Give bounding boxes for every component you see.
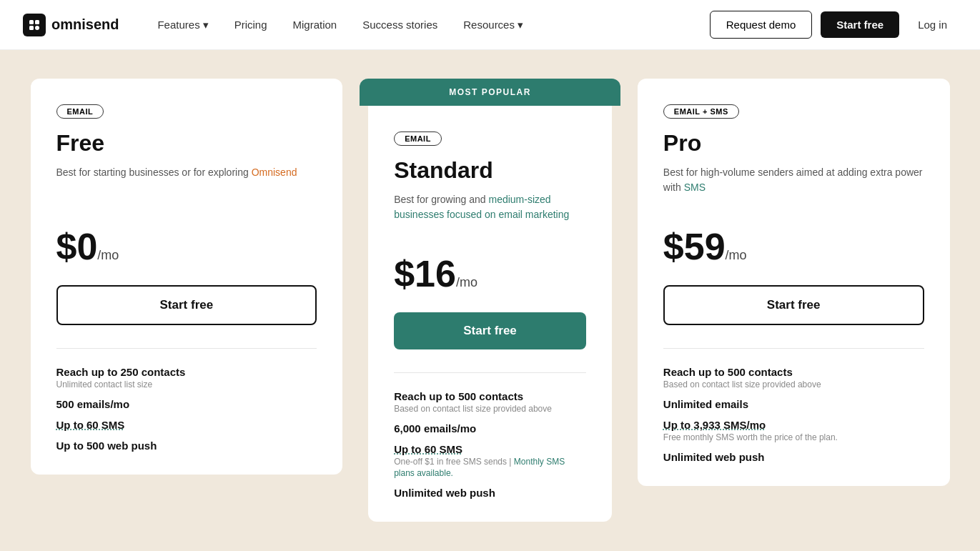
nav-actions: Request demo Start free Log in <box>710 11 957 39</box>
nav-resources[interactable]: Resources ▾ <box>453 13 533 37</box>
pro-features: Reach up to 500 contacts Based on contac… <box>663 366 924 463</box>
request-demo-button[interactable]: Request demo <box>710 11 813 39</box>
popular-badge: MOST POPULAR <box>360 79 620 106</box>
standard-start-button[interactable]: Start free <box>394 312 586 349</box>
free-plan-tag: EMAIL <box>56 104 104 119</box>
feature-webpush: Unlimited web push <box>663 451 924 463</box>
feature-webpush: Unlimited web push <box>394 487 586 499</box>
feature-emails: Unlimited emails <box>663 398 924 410</box>
feature-contacts: Reach up to 250 contacts Unlimited conta… <box>56 366 317 389</box>
pricing-cards-container: EMAIL Free Best for starting businesses … <box>22 79 959 522</box>
nav-features[interactable]: Features ▾ <box>147 13 218 37</box>
logo-text: omnisend <box>51 16 119 33</box>
standard-plan-tag: EMAIL <box>394 131 442 146</box>
nav-success-stories[interactable]: Success stories <box>352 13 447 36</box>
chevron-down-icon: ▾ <box>518 19 523 31</box>
svg-rect-1 <box>35 20 39 24</box>
logo[interactable]: omnisend <box>23 14 119 36</box>
standard-plan-description: Best for growing and medium-sized busine… <box>394 192 586 235</box>
pro-plan-description: Best for high-volume senders aimed at ad… <box>663 165 924 208</box>
free-plan-price: $0/mo <box>56 228 317 265</box>
feature-webpush: Up to 500 web push <box>56 440 317 452</box>
pro-plan-card: EMAIL + SMS Pro Best for high-volume sen… <box>638 79 950 486</box>
pro-plan-name: Pro <box>663 130 924 157</box>
free-plan-card: EMAIL Free Best for starting businesses … <box>31 79 343 475</box>
feature-emails: 500 emails/mo <box>56 398 317 410</box>
feature-contacts: Reach up to 500 contacts Based on contac… <box>663 366 924 389</box>
free-plan-description: Best for starting businesses or for expl… <box>56 165 317 208</box>
start-free-nav-button[interactable]: Start free <box>821 11 899 38</box>
svg-point-3 <box>35 26 39 30</box>
standard-features: Reach up to 500 contacts Based on contac… <box>394 390 586 499</box>
free-plan-name: Free <box>56 130 317 157</box>
pro-plan-tag: EMAIL + SMS <box>663 104 739 119</box>
navbar: omnisend Features ▾ Pricing Migration Su… <box>0 0 980 50</box>
pro-plan-price: $59/mo <box>663 228 924 265</box>
free-start-button[interactable]: Start free <box>56 285 317 325</box>
divider <box>394 372 586 373</box>
nav-migration[interactable]: Migration <box>283 13 347 36</box>
feature-sms: Up to 3,933 SMS/mo Free monthly SMS wort… <box>663 419 924 442</box>
svg-rect-2 <box>29 26 34 30</box>
logo-icon <box>23 14 46 36</box>
nav-links: Features ▾ Pricing Migration Success sto… <box>147 13 709 37</box>
free-features: Reach up to 250 contacts Unlimited conta… <box>56 366 317 452</box>
standard-plan-card: EMAIL Standard Best for growing and medi… <box>368 106 612 522</box>
divider <box>663 348 924 349</box>
standard-plan-name: Standard <box>394 157 586 184</box>
chevron-down-icon: ▾ <box>203 19 209 31</box>
divider <box>56 348 317 349</box>
feature-emails: 6,000 emails/mo <box>394 422 586 435</box>
standard-plan-wrapper: MOST POPULAR EMAIL Standard Best for gro… <box>360 79 620 522</box>
login-button[interactable]: Log in <box>908 11 957 38</box>
standard-plan-price: $16/mo <box>394 255 586 292</box>
pricing-section: EMAIL Free Best for starting businesses … <box>0 50 980 551</box>
feature-sms: Up to 60 SMS One-off $1 in free SMS send… <box>394 443 586 478</box>
feature-contacts: Reach up to 500 contacts Based on contac… <box>394 390 586 414</box>
svg-rect-0 <box>29 20 34 24</box>
pro-start-button[interactable]: Start free <box>663 285 924 325</box>
nav-pricing[interactable]: Pricing <box>224 13 277 36</box>
feature-sms: Up to 60 SMS <box>56 419 317 431</box>
